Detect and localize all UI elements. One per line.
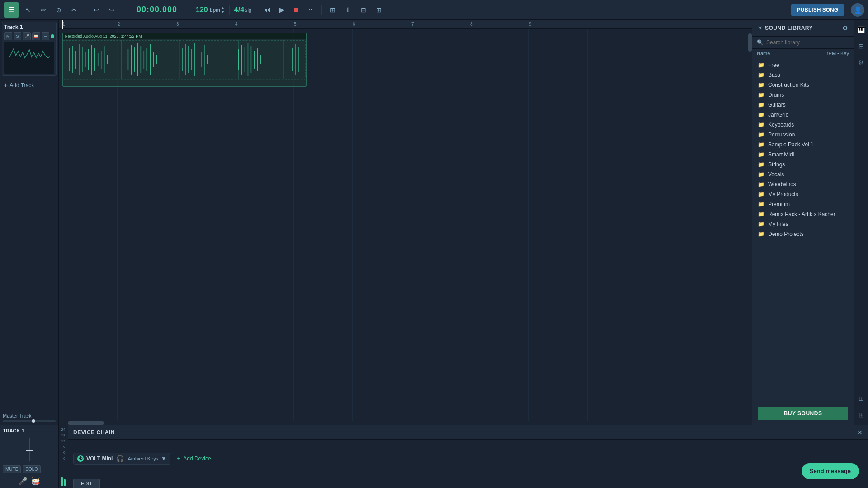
library-item-construction-kits[interactable]: 📁 Construction Kits	[752, 80, 854, 90]
transport-controls: ⏮ ▶ ⏺ 〰	[261, 4, 317, 16]
master-volume-knob	[32, 419, 35, 423]
folder-icon: 📁	[758, 191, 764, 197]
library-item-sample-pack[interactable]: 📁 Sample Pack Vol 1	[752, 140, 854, 150]
library-item-name: Remix Pack - Artik x Kacher	[768, 211, 835, 217]
undo-button[interactable]: ↩	[90, 4, 103, 16]
pencil-tool-button[interactable]: ✏	[37, 4, 50, 16]
device-chain-title: DEVICE CHAIN	[73, 429, 115, 436]
folder-icon: 📁	[758, 231, 764, 237]
sound-library-close-button[interactable]: ✕	[758, 25, 762, 31]
bpm-arrows[interactable]: ▲▼	[221, 6, 225, 14]
library-item-free[interactable]: 📁 Free	[752, 60, 854, 70]
track-wave-button[interactable]: ～	[42, 32, 50, 40]
mic-icon[interactable]: 🎤	[19, 477, 28, 485]
folder-icon: 📁	[758, 62, 764, 68]
library-item-name: Drums	[768, 92, 784, 98]
library-column-headers: Name BPM • Key	[752, 49, 854, 58]
side-icon-mix[interactable]: ⊟	[855, 40, 868, 52]
level-meters: 241812606	[59, 425, 68, 488]
horizontal-scrollbar[interactable]	[59, 421, 752, 425]
search-input[interactable]	[766, 39, 849, 46]
track-mic-button[interactable]: 🎤	[23, 32, 31, 40]
buy-sounds-button[interactable]: BUY SOUNDS	[758, 407, 848, 420]
device-power-indicator[interactable]: ⏻	[77, 455, 84, 462]
sound-library-settings-button[interactable]: ⚙	[842, 24, 848, 32]
toolbar-separator-5	[256, 5, 256, 15]
toolbar-separator-4	[229, 5, 230, 15]
cut-tool-button[interactable]: ✂	[68, 4, 80, 16]
fader-knob	[26, 450, 33, 451]
track-m-button[interactable]: M	[4, 32, 12, 40]
library-item-my-files[interactable]: 📁 My Files	[752, 219, 854, 229]
bottom-panel: TRACK 1 MUTE SOLO 🎤 🥁 241812606	[0, 425, 868, 488]
user-avatar[interactable]: 👤	[851, 3, 864, 17]
library-item-smart-midi[interactable]: 📁 Smart Midi	[752, 150, 854, 160]
library-item-jamgrid[interactable]: 📁 JamGrid	[752, 110, 854, 120]
solo-button[interactable]: SOLO	[23, 465, 41, 473]
add-track-label: Add Track	[9, 82, 34, 89]
bpm-display[interactable]: 120 bpm ▲▼	[196, 6, 225, 14]
add-track-button[interactable]: + Add Track	[0, 78, 58, 93]
quantize-button[interactable]: ⇩	[342, 4, 354, 16]
device-chain-content: ⏻ VOLT Mini 🎧 Ambient Keys ▼ ＋ Add Devic…	[68, 440, 868, 477]
library-item-vocals[interactable]: 📁 Vocals	[752, 169, 854, 179]
audio-clip-1[interactable]: Recorded Audio Aug 11, 2023, 1:44:22 PM	[62, 33, 307, 87]
mix-button[interactable]: ⊞	[373, 4, 385, 16]
track-drum-button[interactable]: 🥁	[32, 32, 40, 40]
device-chain-close-button[interactable]: ✕	[857, 429, 863, 436]
library-item-guitars[interactable]: 📁 Guitars	[752, 100, 854, 110]
mute-button[interactable]: MUTE	[3, 465, 21, 473]
rewind-button[interactable]: ⏮	[261, 4, 274, 16]
library-item-strings[interactable]: 📁 Strings	[752, 160, 854, 169]
select-tool-button[interactable]: ↖	[22, 4, 34, 16]
record-button[interactable]: ⏺	[290, 4, 302, 16]
master-volume-slider[interactable]	[3, 420, 56, 422]
side-icon-piano[interactable]: 🎹	[855, 23, 868, 36]
play-button[interactable]: ▶	[275, 4, 288, 16]
loop-button[interactable]: 〰	[304, 4, 317, 16]
device-preset: Ambient Keys	[127, 456, 158, 461]
toolbar-separator-2	[123, 5, 123, 15]
library-item-percussion[interactable]: 📁 Percussion	[752, 130, 854, 140]
library-item-premium[interactable]: 📁 Premium	[752, 199, 854, 209]
bottom-track-fader	[3, 435, 56, 464]
fader-line[interactable]	[29, 438, 30, 461]
bpm-label: bpm	[210, 7, 220, 13]
folder-icon: 📁	[758, 102, 764, 108]
redo-button[interactable]: ↪	[105, 4, 118, 16]
main-area: Track 1 M S 🎤 🥁 ～ + Add Track Master Tra…	[0, 20, 868, 425]
library-item-demo-projects[interactable]: 📁 Demo Projects	[752, 229, 854, 239]
library-item-bass[interactable]: 📁 Bass	[752, 70, 854, 80]
track-s-button[interactable]: S	[14, 32, 22, 40]
side-icon-bottom-1[interactable]: ⊞	[855, 392, 868, 405]
drum-icon[interactable]: 🥁	[31, 477, 40, 485]
track-1-lane[interactable]: Recorded Audio Aug 11, 2023, 1:44:22 PM	[59, 29, 752, 92]
device-edit-button[interactable]: EDIT	[73, 479, 100, 488]
time-signature-display[interactable]: 4/4 sig	[234, 6, 251, 14]
bottom-track-name: TRACK 1	[3, 428, 56, 433]
vertical-scrollbar-thumb	[748, 33, 752, 52]
library-item-name: Strings	[768, 161, 785, 168]
sig-label: sig	[245, 7, 251, 13]
snap-button[interactable]: ⊞	[326, 4, 339, 16]
library-item-keyboards[interactable]: 📁 Keyboards	[752, 120, 854, 130]
library-item-drums[interactable]: 📁 Drums	[752, 90, 854, 100]
side-icon-settings[interactable]: ⚙	[855, 56, 868, 69]
menu-button[interactable]: ☰	[4, 2, 19, 18]
device-dropdown-arrow[interactable]: ▼	[161, 455, 166, 462]
toolbar: ☰ ↖ ✏ ⊙ ✂ ↩ ↪ 00:00.000 120 bpm ▲▼ 4/4 s…	[0, 0, 868, 20]
library-item-woodwinds[interactable]: 📁 Woodwinds	[752, 179, 854, 189]
device-item-volt[interactable]: ⏻ VOLT Mini 🎧 Ambient Keys ▼	[73, 453, 170, 465]
vertical-scrollbar[interactable]	[748, 29, 752, 421]
sig-value: 4/4	[234, 6, 244, 14]
send-message-button[interactable]: Send message	[802, 463, 859, 479]
library-item-remix-pack[interactable]: 📁 Remix Pack - Artik x Kacher	[752, 209, 854, 219]
add-device-button[interactable]: ＋ Add Device	[176, 455, 211, 462]
clock-tool-button[interactable]: ⊙	[52, 4, 65, 16]
library-item-my-products[interactable]: 📁 My Products	[752, 189, 854, 199]
side-icon-bottom-2[interactable]: ⊞	[855, 408, 868, 421]
publish-song-button[interactable]: PUBLISH SONG	[791, 4, 844, 16]
folder-icon: 📁	[758, 221, 764, 227]
split-button[interactable]: ⊟	[357, 4, 370, 16]
add-track-icon: +	[4, 81, 8, 89]
